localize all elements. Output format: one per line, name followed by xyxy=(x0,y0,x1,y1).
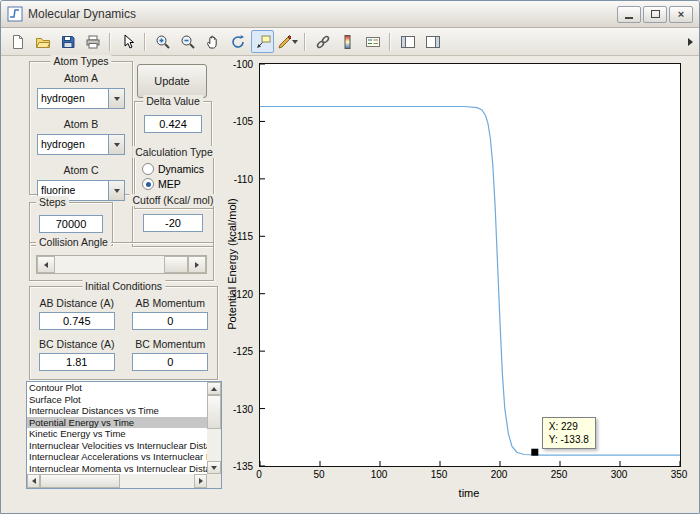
insert-legend-icon xyxy=(365,34,381,50)
atom-a-dropdown-button[interactable] xyxy=(108,89,124,108)
insert-colorbar-icon xyxy=(340,34,356,50)
bc-distance-label: BC Distance (A) xyxy=(30,338,124,350)
ab-momentum-input[interactable] xyxy=(132,312,208,330)
update-button[interactable]: Update xyxy=(137,64,207,98)
rotate-3d-icon xyxy=(230,34,246,50)
initial-conditions-panel: Initial Conditions AB Distance (A) AB Mo… xyxy=(29,286,218,380)
titlebar[interactable]: Molecular Dynamics × xyxy=(1,1,699,28)
list-item[interactable]: Internuclear Accelerations vs Internucle… xyxy=(27,451,207,463)
list-item[interactable]: Contour Plot xyxy=(27,382,207,394)
toolbar-separator xyxy=(109,33,111,51)
new-file-button[interactable] xyxy=(6,30,29,53)
y-tick-label: -125 xyxy=(233,346,253,357)
insert-colorbar-button[interactable] xyxy=(336,30,359,53)
delta-value-panel: Delta Value xyxy=(134,101,212,147)
radio-mep[interactable]: MEP xyxy=(142,178,213,190)
bc-momentum-input[interactable] xyxy=(132,353,208,371)
ab-momentum-label: AB Momentum xyxy=(124,297,218,309)
scroll-right-button[interactable] xyxy=(194,474,207,488)
horizontal-scrollbar[interactable] xyxy=(27,474,207,488)
atom-c-dropdown-button[interactable] xyxy=(108,181,124,200)
calculation-type-title: Calculation Type xyxy=(132,146,215,158)
collision-angle-title: Collision Angle xyxy=(36,236,111,248)
steps-title: Steps xyxy=(36,196,69,208)
list-item[interactable]: Internuclear Momenta vs Internuclear Dis… xyxy=(27,463,207,475)
atom-c-label: Atom C xyxy=(30,164,132,176)
scroll-left-button[interactable] xyxy=(27,474,40,488)
plot-type-listbox[interactable]: Contour PlotSurface PlotInternuclear Dis… xyxy=(26,381,222,489)
print-button[interactable] xyxy=(81,30,104,53)
slider-thumb[interactable] xyxy=(164,256,188,273)
x-tick-label: 250 xyxy=(551,469,568,480)
radio-dynamics[interactable]: Dynamics xyxy=(142,163,213,175)
radio-dynamics-label: Dynamics xyxy=(158,163,204,175)
atom-a-label: Atom A xyxy=(30,72,132,84)
print-icon xyxy=(85,34,101,50)
minimize-button[interactable] xyxy=(617,6,641,23)
list-item[interactable]: Potential Energy vs Time xyxy=(27,417,207,429)
pan-hand-icon xyxy=(205,34,221,50)
zoom-in-icon xyxy=(155,34,171,50)
data-cursor-button[interactable] xyxy=(251,30,274,53)
window-controls: × xyxy=(615,6,693,23)
y-tick-label: -110 xyxy=(234,173,253,184)
y-tick-label: -120 xyxy=(233,288,253,299)
toolbar-separator xyxy=(144,33,146,51)
horizontal-scroll-thumb[interactable] xyxy=(40,474,120,488)
list-item[interactable]: Surface Plot xyxy=(27,394,207,406)
bc-distance-input[interactable] xyxy=(39,353,115,371)
minimize-icon xyxy=(625,17,633,19)
arrow-down-icon xyxy=(211,466,217,470)
insert-legend-button[interactable] xyxy=(361,30,384,53)
collision-angle-slider[interactable] xyxy=(36,255,207,274)
app-icon xyxy=(7,6,23,22)
data-cursor-icon xyxy=(255,34,271,50)
link-plot-button[interactable] xyxy=(311,30,334,53)
cutoff-panel: Cutoff (Kcal/ mol) xyxy=(132,200,214,247)
atom-b-dropdown-button[interactable] xyxy=(108,135,124,154)
list-item[interactable]: Kinetic Energy vs Time xyxy=(27,428,207,440)
y-tick-label: -130 xyxy=(233,403,253,414)
open-file-button[interactable] xyxy=(31,30,54,53)
atom-b-label: Atom B xyxy=(30,118,132,130)
slider-right-arrow[interactable] xyxy=(188,256,206,273)
slider-left-arrow[interactable] xyxy=(37,256,55,273)
figure-canvas: Atom Types Atom A hydrogen Atom B hydrog… xyxy=(1,56,699,513)
steps-input[interactable] xyxy=(39,215,103,233)
data-tip-marker xyxy=(531,449,538,456)
close-button[interactable]: × xyxy=(669,6,693,23)
data-tip-y: Y: -133.8 xyxy=(549,433,589,446)
slider-track[interactable] xyxy=(55,256,188,273)
maximize-icon xyxy=(651,10,660,18)
atom-b-dropdown[interactable]: hydrogen xyxy=(37,134,125,155)
radio-mep-icon xyxy=(142,178,154,190)
chevron-down-icon xyxy=(114,189,120,193)
zoom-out-button[interactable] xyxy=(176,30,199,53)
delta-value-input[interactable] xyxy=(144,115,202,133)
atom-a-dropdown[interactable]: hydrogen xyxy=(37,88,125,109)
chevron-down-icon xyxy=(114,143,120,147)
edit-cursor-button[interactable] xyxy=(116,30,139,53)
pan-button[interactable] xyxy=(201,30,224,53)
data-tip[interactable]: X: 229 Y: -133.8 xyxy=(542,417,596,449)
brush-icon xyxy=(277,34,291,50)
arrow-right-icon xyxy=(195,262,199,268)
list-item[interactable]: Internuclear Distances vs Time xyxy=(27,405,207,417)
zoom-out-icon xyxy=(180,34,196,50)
cutoff-title: Cutoff (Kcal/ mol) xyxy=(130,194,217,206)
x-tick-label: 300 xyxy=(611,469,628,480)
list-item[interactable]: Internuclear Velocities vs Internuclear … xyxy=(27,440,207,452)
y-axis-ticks: -135-130-125-120-115-110-105-100 xyxy=(217,64,255,466)
hide-plot-tools-button[interactable] xyxy=(396,30,419,53)
rotate3d-button[interactable] xyxy=(226,30,249,53)
toolbar-overflow-icon[interactable] xyxy=(688,38,693,46)
toolbar-separator xyxy=(304,33,306,51)
brush-button[interactable] xyxy=(276,30,299,53)
maximize-button[interactable] xyxy=(643,6,667,23)
ab-distance-input[interactable] xyxy=(39,312,115,330)
cutoff-input[interactable] xyxy=(143,214,203,232)
plot-canvas[interactable]: X: 229 Y: -133.8 xyxy=(259,63,681,467)
show-plot-tools-button[interactable] xyxy=(421,30,444,53)
save-button[interactable] xyxy=(56,30,79,53)
zoom-in-button[interactable] xyxy=(151,30,174,53)
